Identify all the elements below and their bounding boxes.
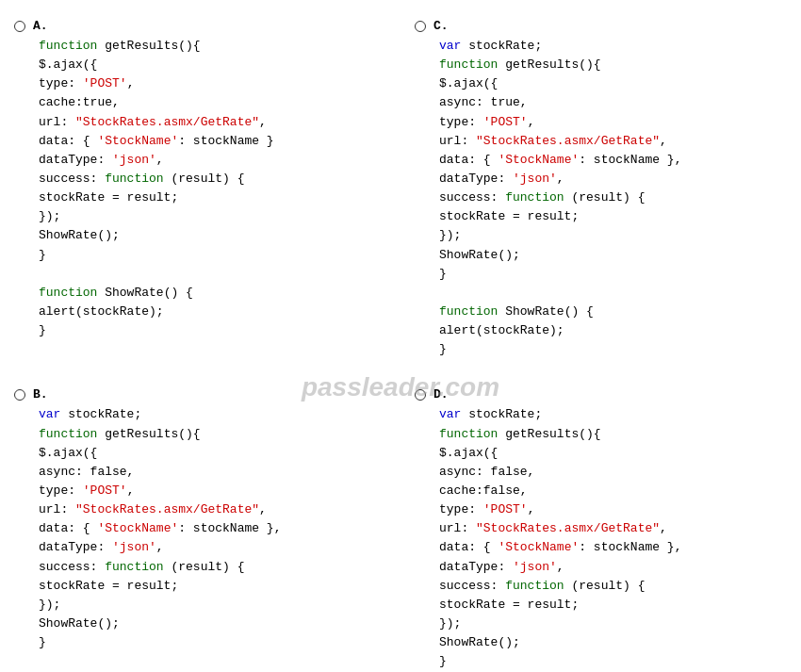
- radio-b[interactable]: [14, 389, 25, 401]
- option-a-label[interactable]: A.: [14, 19, 386, 33]
- question-page: A. function getResults(){ $.ajax({ type:…: [0, 0, 801, 672]
- letter-c: C.: [433, 19, 449, 33]
- code-a: function getResults(){ $.ajax({ type: 'P…: [39, 37, 386, 340]
- letter-d: D.: [433, 387, 449, 402]
- code-b: var stockRate; function getResults(){ $.…: [39, 405, 386, 672]
- option-d: D. var stockRate; function getResults(){…: [400, 378, 801, 672]
- radio-a[interactable]: [14, 21, 25, 32]
- option-d-label[interactable]: D.: [415, 387, 787, 402]
- option-c: C. var stockRate; function getResults(){…: [400, 9, 801, 378]
- letter-b: B.: [33, 387, 48, 402]
- code-c: var stockRate; function getResults(){ $.…: [439, 37, 787, 359]
- radio-d[interactable]: [415, 389, 426, 401]
- radio-c[interactable]: [415, 21, 426, 32]
- option-b: B. var stockRate; function getResults(){…: [0, 378, 400, 672]
- code-d: var stockRate; function getResults(){ $.…: [439, 405, 787, 672]
- letter-a: A.: [33, 19, 48, 33]
- option-a: A. function getResults(){ $.ajax({ type:…: [0, 9, 400, 378]
- option-c-label[interactable]: C.: [415, 19, 787, 33]
- option-b-label[interactable]: B.: [14, 387, 386, 402]
